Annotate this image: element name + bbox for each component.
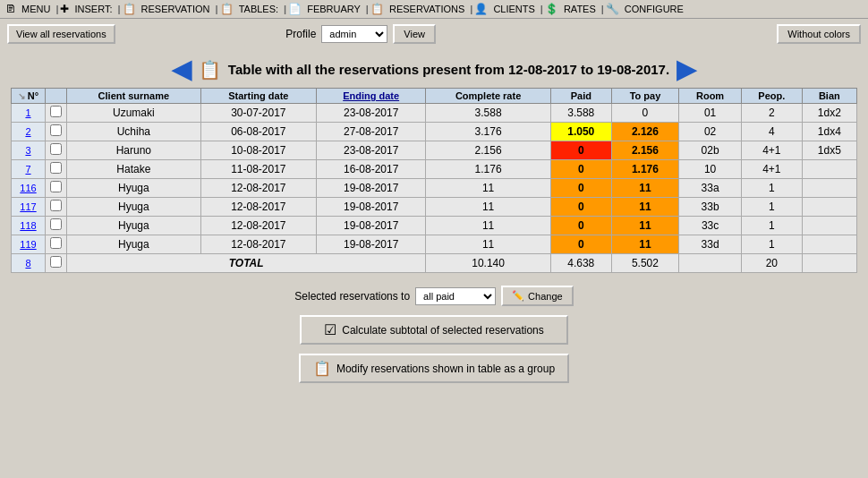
row-end: 23-08-2017	[317, 104, 426, 123]
row-checkbox[interactable]	[50, 143, 62, 155]
selected-select[interactable]: all paid partially paid unpaid	[415, 287, 496, 305]
menu-item-insert[interactable]: INSERT:	[71, 3, 115, 15]
menu-item-tables[interactable]: TABLES:	[235, 3, 282, 15]
total-paid: 4.638	[550, 254, 611, 273]
row-checkbox-cell[interactable]	[46, 217, 67, 235]
reservations-table: ↘ N° Client surname Starting date Ending…	[11, 88, 857, 273]
menu-item-rates[interactable]: RATES	[560, 3, 600, 15]
row-checkbox[interactable]	[50, 124, 62, 136]
page-title: Table with all the reservations present …	[228, 62, 669, 77]
selected-row: Selected reservations to all paid partia…	[294, 286, 573, 306]
row-id-link[interactable]: 117	[12, 198, 46, 217]
modify-group-button[interactable]: 📋 Modify reservations shown in table as …	[299, 354, 569, 383]
menu-bar: 🖹 MENU | ✚ INSERT: | 📋 RESERVATION | 📋 T…	[0, 0, 868, 19]
row-checkbox[interactable]	[50, 237, 62, 249]
menu-item-configure[interactable]: CONFIGURE	[621, 3, 687, 15]
row-start: 10-08-2017	[200, 141, 316, 160]
row-paid: 0	[550, 217, 611, 235]
configure-icon: 🔧	[606, 3, 619, 15]
menu-doc-icon: 🖹	[5, 3, 16, 15]
row-rate: 1.176	[426, 160, 551, 179]
next-arrow-icon[interactable]: ▶	[677, 55, 696, 84]
reservation-icon: 📋	[123, 3, 136, 15]
row-checkbox-cell[interactable]	[46, 160, 67, 179]
row-bian	[802, 198, 856, 217]
row-checkbox-cell[interactable]	[46, 123, 67, 141]
total-checkbox-cell[interactable]	[46, 254, 67, 273]
total-people: 20	[741, 254, 802, 273]
prev-arrow-icon[interactable]: ◀	[172, 55, 191, 84]
col-end: Ending date	[317, 89, 426, 104]
row-id-link[interactable]: 2	[12, 123, 46, 141]
without-colors-button[interactable]: Without colors	[777, 24, 861, 44]
row-paid: 0	[550, 160, 611, 179]
row-checkbox-cell[interactable]	[46, 198, 67, 217]
row-rate: 11	[426, 179, 551, 198]
row-checkbox[interactable]	[50, 162, 62, 174]
total-checkbox[interactable]	[50, 256, 62, 268]
row-bian: 1dx5	[802, 141, 856, 160]
menu-item-reservation[interactable]: RESERVATION	[138, 3, 214, 15]
row-id-link[interactable]: 118	[12, 217, 46, 235]
row-id-link[interactable]: 116	[12, 179, 46, 198]
row-people: 4+1	[741, 160, 802, 179]
row-start: 11-08-2017	[200, 160, 316, 179]
row-checkbox[interactable]	[50, 106, 62, 117]
row-bian	[802, 160, 856, 179]
profile-label: Profile	[285, 28, 316, 40]
col-start: Starting date	[200, 89, 316, 104]
row-bian	[802, 217, 856, 235]
row-bian	[802, 235, 856, 254]
row-room: 33a	[679, 179, 742, 198]
row-id-link[interactable]: 3	[12, 141, 46, 160]
row-checkbox[interactable]	[50, 218, 62, 230]
row-paid: 0	[550, 141, 611, 160]
row-end: 27-08-2017	[317, 123, 426, 141]
calculate-subtotal-button[interactable]: ☑ Calculate subtotal of selected reserva…	[300, 315, 568, 345]
view-button[interactable]: View	[393, 24, 436, 44]
row-rate: 2.156	[426, 141, 551, 160]
toolbar: View all reservations Profile admin user…	[0, 19, 868, 49]
row-paid: 0	[550, 235, 611, 254]
row-id-link[interactable]: 119	[12, 235, 46, 254]
row-topay: 11	[611, 235, 678, 254]
menu-item-february[interactable]: FEBRUARY	[303, 3, 364, 15]
february-icon: 📄	[288, 3, 302, 15]
col-rate: Complete rate	[426, 89, 551, 104]
menu-item-clients[interactable]: CLIENTS	[489, 3, 538, 15]
row-topay: 11	[611, 198, 678, 217]
total-id[interactable]: 8	[12, 254, 46, 273]
row-room: 01	[679, 104, 742, 123]
row-room: 02b	[679, 141, 742, 160]
row-people: 1	[741, 198, 802, 217]
profile-select[interactable]: admin user manager	[321, 25, 387, 43]
row-checkbox-cell[interactable]	[46, 235, 67, 254]
change-button[interactable]: ✏️ Change	[501, 286, 574, 306]
view-all-reservations-button[interactable]: View all reservations	[7, 24, 115, 44]
row-id-link[interactable]: 1	[12, 104, 46, 123]
row-checkbox[interactable]	[50, 200, 62, 211]
row-checkbox-cell[interactable]	[46, 104, 67, 123]
row-checkbox[interactable]	[50, 181, 62, 192]
row-people: 4+1	[741, 141, 802, 160]
row-paid: 1.050	[550, 123, 611, 141]
row-rate: 11	[426, 217, 551, 235]
menu-item-reservations[interactable]: RESERVATIONS	[386, 3, 468, 15]
row-people: 1	[741, 179, 802, 198]
row-topay: 2.156	[611, 141, 678, 160]
row-people: 1	[741, 217, 802, 235]
row-room: 33d	[679, 235, 742, 254]
menu-item-menu[interactable]: MENU	[18, 3, 54, 15]
row-surname: Hatake	[67, 160, 201, 179]
row-start: 06-08-2017	[200, 123, 316, 141]
row-checkbox-cell[interactable]	[46, 141, 67, 160]
total-rate: 10.140	[426, 254, 551, 273]
row-checkbox-cell[interactable]	[46, 179, 67, 198]
total-label: TOTAL	[67, 254, 426, 273]
checkbox-icon: ☑	[324, 321, 336, 338]
row-surname: Hyuga	[67, 198, 201, 217]
reservations-icon: 📋	[370, 3, 384, 15]
row-rate: 3.588	[426, 104, 551, 123]
row-id-link[interactable]: 7	[12, 160, 46, 179]
clients-icon: 👤	[474, 3, 488, 15]
